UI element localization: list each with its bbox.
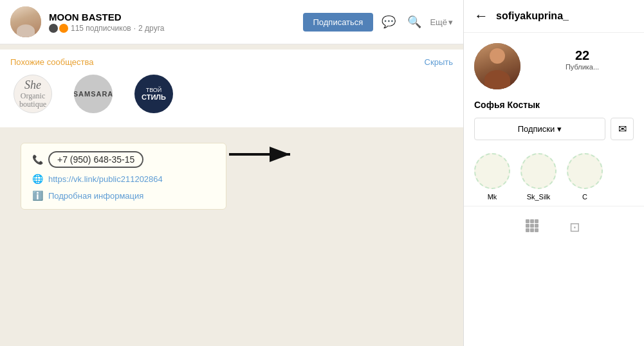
samsara-avatar: SAMSARA [74, 75, 113, 113]
list-item[interactable]: She Organic boutique [10, 75, 55, 117]
right-panel: ← sofiyakuprina_ 22 Публика... Софья Кос… [463, 0, 644, 346]
profile-stats: 22 Публика... [531, 43, 634, 71]
highlight-item-mk[interactable]: Mk [474, 153, 510, 201]
more-button[interactable]: Ещё ▾ [430, 17, 453, 27]
detail-row: ℹ️ Подробная информация [32, 190, 216, 201]
highlight-label-mk: Mk [488, 193, 497, 201]
website-link[interactable]: https://vk.link/public211202864 [48, 174, 163, 184]
profile-info: 22 Публика... [464, 33, 644, 100]
tag-icon-symbol: ⊡ [569, 219, 580, 235]
she-label-big: She [14, 79, 51, 92]
posts-label: Публика... [531, 63, 634, 71]
phone-row: 📞 +7 (950) 648-35-15 [32, 151, 216, 168]
highlight-label-sksilk: Sk_Silk [527, 193, 551, 201]
subscribe-button[interactable]: Подписаться [303, 13, 374, 32]
meta-icon-orange [59, 24, 68, 33]
tag-view-icon[interactable]: ⊡ [567, 219, 582, 235]
highlight-circle-sksilk [520, 153, 557, 189]
highlight-label-c: C [582, 193, 587, 201]
globe-icon: 🌐 [32, 173, 43, 185]
highlights-row: Mk Sk_Silk C [464, 148, 644, 206]
link-row: 🌐 https://vk.link/public211202864 [32, 173, 216, 185]
similar-title: Похожие сообщества [10, 57, 93, 67]
right-header: ← sofiyakuprina_ [464, 0, 644, 33]
arrow-annotation [229, 143, 300, 166]
similar-section: Похожие сообщества Скрыть She Organic bo… [0, 50, 463, 127]
detail-link[interactable]: Подробная информация [48, 191, 143, 201]
posts-count: 22 [531, 48, 634, 63]
message-icon-button[interactable]: 💬 [378, 12, 399, 32]
highlight-circle-c [567, 153, 603, 189]
list-item[interactable]: SAMSARA [71, 75, 116, 117]
search-icon-button[interactable]: 🔍 [404, 12, 425, 32]
style-avatar: ТВОЙ СТИЛЬ [134, 75, 173, 113]
bottom-icons: ⊡ [464, 212, 644, 242]
left-panel: MOON BASTED 115 подписчиков · 2 друга По… [0, 0, 463, 346]
subscribers-count: 115 подписчиков [71, 24, 131, 33]
username-title: sofiyakuprina_ [496, 10, 569, 22]
speech-bubble-icon: 💬 [382, 15, 396, 29]
info-popup-wrapper: 📞 +7 (950) 648-35-15 🌐 https://vk.link/p… [10, 138, 453, 215]
chevron-down-icon: ▾ [557, 124, 562, 134]
profile-avatar [474, 43, 520, 89]
magnify-icon: 🔍 [407, 15, 421, 29]
hide-button[interactable]: Скрыть [425, 57, 453, 67]
arrow-svg [229, 143, 300, 166]
highlight-item-sksilk[interactable]: Sk_Silk [520, 153, 557, 201]
community-meta: 115 подписчиков · 2 друга [49, 24, 295, 33]
chevron-down-icon: ▾ [448, 17, 453, 27]
subscriptions-label: Подписки [518, 124, 555, 134]
profile-avatar-image [474, 43, 520, 89]
meta-icons [49, 24, 68, 33]
back-button[interactable]: ← [474, 8, 488, 24]
community-name: MOON BASTED [49, 12, 295, 23]
message-icon: ✉ [618, 123, 627, 135]
community-info: MOON BASTED 115 подписчиков · 2 друга [49, 12, 295, 33]
profile-buttons: Подписки ▾ ✉ [464, 118, 644, 140]
community-header: MOON BASTED 115 подписчиков · 2 друга По… [0, 0, 463, 44]
more-label: Ещё [430, 17, 447, 27]
she-label-sub: Organic boutique [19, 91, 46, 109]
style-line1: ТВОЙ [142, 87, 166, 93]
header-actions: Подписаться 💬 🔍 Ещё ▾ [303, 12, 454, 32]
highlight-item-c[interactable]: C [567, 153, 603, 201]
info-popup: 📞 +7 (950) 648-35-15 🌐 https://vk.link/p… [21, 143, 226, 210]
friends-count: 2 друга [138, 24, 164, 33]
phone-icon: 📞 [32, 154, 43, 165]
community-avatar [10, 6, 41, 37]
phone-number[interactable]: +7 (950) 648-35-15 [48, 151, 143, 168]
separator: · [134, 24, 136, 33]
list-item[interactable]: ТВОЙ СТИЛЬ [131, 75, 176, 117]
subscriptions-button[interactable]: Подписки ▾ [474, 118, 605, 140]
profile-full-name: Софья Костык [464, 100, 644, 118]
similar-items: She Organic boutique SAMSARA ТВОЙ СТИЛЬ [10, 75, 453, 120]
highlight-circle-mk [474, 153, 510, 189]
grid-view-icon[interactable] [526, 219, 541, 235]
style-line2: СТИЛЬ [142, 93, 166, 101]
meta-icon-dark [49, 24, 58, 33]
similar-header: Похожие сообщества Скрыть [10, 57, 453, 67]
info-icon: ℹ️ [32, 190, 43, 201]
samsara-label: SAMSARA [74, 90, 113, 98]
she-avatar: She Organic boutique [14, 75, 52, 113]
message-button[interactable]: ✉ [611, 118, 634, 140]
